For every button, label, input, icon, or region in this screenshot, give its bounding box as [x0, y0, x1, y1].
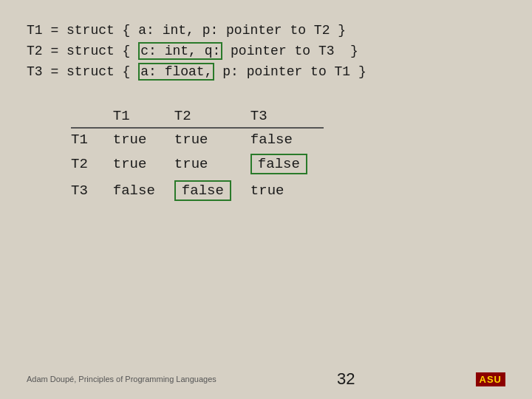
code-line-2: T2 = struct { c: int, q: pointer to T3 } [27, 41, 505, 62]
asu-logo: ASU [476, 372, 505, 386]
header-t2: T2 [171, 105, 248, 128]
row-label-t3: T3 [71, 177, 110, 204]
row-label-t1: T1 [71, 128, 110, 151]
footer: Adam Doupé, Principles of Programming La… [0, 369, 532, 389]
page-number: 32 [337, 369, 355, 389]
cell-t1-t1: true [110, 128, 171, 151]
header-empty [71, 105, 110, 128]
highlighted-false-t2t3: false [250, 154, 307, 174]
cell-t2-t1: true [110, 151, 171, 177]
footer-author: Adam Doupé, Principles of Programming La… [27, 375, 216, 383]
main-content: T1 = struct { a: int, p: pointer to T2 }… [0, 0, 532, 219]
highlight-a-float: a: float, [138, 63, 214, 81]
cell-t3-t2: false [171, 177, 248, 204]
cell-t3-t3: true [248, 177, 324, 204]
table-header-row: T1 T2 T3 [71, 105, 324, 128]
cell-t2-t3: false [248, 151, 324, 177]
cell-t1-t3: false [248, 128, 324, 151]
table-row: T1 true true false [71, 128, 324, 151]
code-line-3: T3 = struct { a: float, p: pointer to T1… [27, 62, 505, 83]
code-line-1: T1 = struct { a: int, p: pointer to T2 } [27, 21, 505, 41]
row-label-t2: T2 [71, 151, 110, 177]
cell-t1-t2: true [171, 128, 248, 151]
compatibility-table: T1 T2 T3 T1 true true false T2 true true… [71, 105, 324, 204]
highlight-c-int-q: c: int, q: [138, 42, 222, 60]
cell-t3-t1: false [110, 177, 171, 204]
table-container: T1 T2 T3 T1 true true false T2 true true… [71, 105, 505, 204]
asu-label: ASU [476, 372, 505, 386]
code-block: T1 = struct { a: int, p: pointer to T2 }… [27, 21, 505, 83]
table-row: T2 true true false [71, 151, 324, 177]
header-t3: T3 [248, 105, 324, 128]
cell-t2-t2: true [171, 151, 248, 177]
highlighted-false-t3t2: false [174, 180, 231, 201]
table-row: T3 false false true [71, 177, 324, 204]
header-t1: T1 [110, 105, 171, 128]
